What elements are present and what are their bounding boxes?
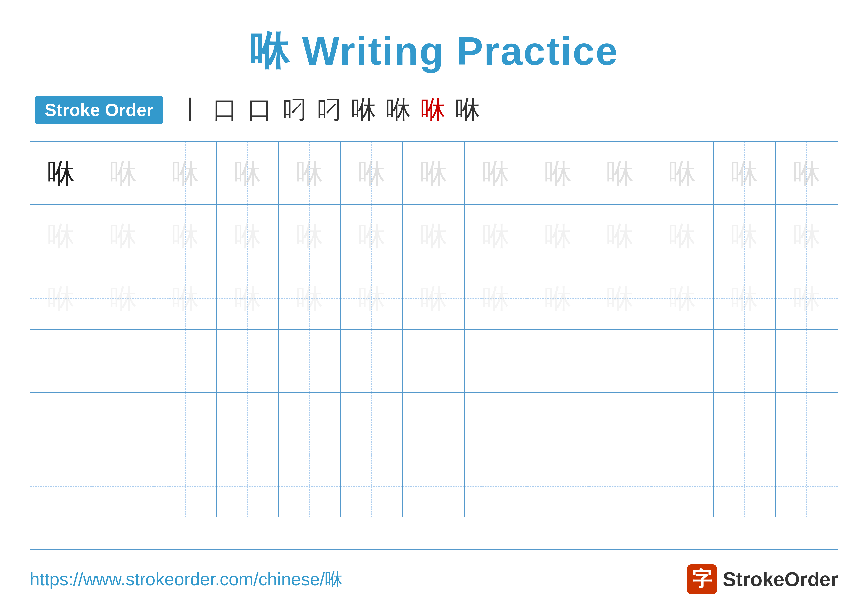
logo-icon: 字 [687,564,717,594]
practice-char: 咻 [48,160,75,187]
grid-cell[interactable]: 咻 [651,267,714,330]
grid-cell[interactable]: 咻 [527,205,589,267]
grid-cell[interactable] [30,455,92,518]
grid-cell[interactable]: 咻 [403,142,465,204]
grid-cell[interactable]: 咻 [154,205,217,267]
grid-cell[interactable] [651,455,714,518]
grid-cell[interactable] [341,455,403,518]
grid-cell[interactable]: 咻 [589,267,651,330]
grid-cell[interactable]: 咻 [341,142,403,204]
grid-cell[interactable] [403,455,465,518]
grid-cell[interactable] [776,393,838,455]
grid-cell[interactable]: 咻 [527,267,589,330]
practice-char: 咻 [544,285,572,312]
grid-cell[interactable]: 咻 [651,142,714,204]
grid-cell[interactable]: 咻 [465,142,527,204]
grid-cell[interactable] [217,455,279,518]
stroke-step-6: 咻 [351,93,376,127]
grid-cell[interactable] [651,330,714,392]
grid-cell[interactable]: 咻 [714,142,776,204]
grid-cell[interactable] [154,455,217,518]
grid-row-4 [30,330,838,393]
grid-cell[interactable] [403,393,465,455]
grid-cell[interactable] [403,330,465,392]
grid-cell[interactable] [92,455,154,518]
grid-cell[interactable] [589,455,651,518]
stroke-step-5: 叼 [317,93,341,127]
grid-cell[interactable]: 咻 [465,205,527,267]
practice-char: 咻 [793,160,820,187]
grid-cell[interactable] [30,330,92,392]
grid-cell[interactable]: 咻 [714,267,776,330]
grid-cell[interactable] [279,455,341,518]
grid-cell[interactable]: 咻 [154,267,217,330]
grid-cell[interactable]: 咻 [279,205,341,267]
grid-cell[interactable]: 咻 [92,142,154,204]
grid-cell[interactable]: 咻 [217,267,279,330]
grid-cell[interactable] [651,393,714,455]
grid-cell[interactable]: 咻 [154,142,217,204]
grid-cell[interactable]: 咻 [279,267,341,330]
practice-char: 咻 [420,160,447,187]
grid-cell[interactable]: 咻 [527,142,589,204]
practice-char: 咻 [234,222,261,249]
grid-cell[interactable]: 咻 [30,205,92,267]
grid-cell[interactable] [776,330,838,392]
grid-cell[interactable] [589,330,651,392]
grid-cell[interactable] [279,393,341,455]
grid-cell[interactable] [589,393,651,455]
grid-cell[interactable] [341,330,403,392]
grid-cell[interactable]: 咻 [403,267,465,330]
grid-cell[interactable]: 咻 [776,205,838,267]
grid-cell[interactable] [154,393,217,455]
grid-cell[interactable]: 咻 [341,205,403,267]
grid-cell[interactable] [714,455,776,518]
grid-cell[interactable] [465,393,527,455]
grid-cell[interactable] [217,330,279,392]
grid-cell[interactable]: 咻 [92,267,154,330]
grid-cell[interactable]: 咻 [651,205,714,267]
footer-url[interactable]: https://www.strokeorder.com/chinese/咻 [30,567,343,591]
grid-cell[interactable]: 咻 [589,142,651,204]
grid-row-6 [30,455,838,518]
grid-cell[interactable]: 咻 [279,142,341,204]
practice-char: 咻 [482,285,510,312]
grid-cell[interactable] [714,330,776,392]
grid-cell[interactable]: 咻 [465,267,527,330]
practice-char: 咻 [172,160,199,187]
grid-cell[interactable] [92,330,154,392]
practice-char: 咻 [48,285,75,312]
practice-char: 咻 [358,285,385,312]
practice-char: 咻 [544,222,572,249]
grid-cell[interactable]: 咻 [403,205,465,267]
grid-cell[interactable]: 咻 [589,205,651,267]
grid-cell[interactable] [527,330,589,392]
grid-cell[interactable] [465,330,527,392]
practice-char: 咻 [668,222,696,249]
grid-row-3: 咻 咻 咻 咻 咻 咻 咻 咻 咻 咻 咻 咻 咻 [30,267,838,330]
grid-cell[interactable]: 咻 [92,205,154,267]
grid-cell[interactable] [465,455,527,518]
practice-char: 咻 [544,160,572,187]
grid-cell[interactable] [154,330,217,392]
practice-char: 咻 [172,285,199,312]
page-title: 咻 Writing Practice [250,25,618,78]
grid-cell[interactable] [217,393,279,455]
grid-cell[interactable]: 咻 [217,205,279,267]
grid-cell[interactable] [279,330,341,392]
grid-cell[interactable]: 咻 [30,267,92,330]
grid-cell[interactable] [527,455,589,518]
grid-cell[interactable]: 咻 [217,142,279,204]
practice-char: 咻 [668,285,696,312]
grid-cell[interactable] [92,393,154,455]
grid-cell[interactable] [776,455,838,518]
grid-cell[interactable]: 咻 [776,267,838,330]
grid-cell[interactable] [341,393,403,455]
grid-cell[interactable]: 咻 [341,267,403,330]
grid-cell[interactable] [30,393,92,455]
grid-cell[interactable] [714,393,776,455]
grid-cell[interactable]: 咻 [714,205,776,267]
grid-cell[interactable]: 咻 [30,142,92,204]
grid-cell[interactable]: 咻 [776,142,838,204]
grid-cell[interactable] [527,393,589,455]
